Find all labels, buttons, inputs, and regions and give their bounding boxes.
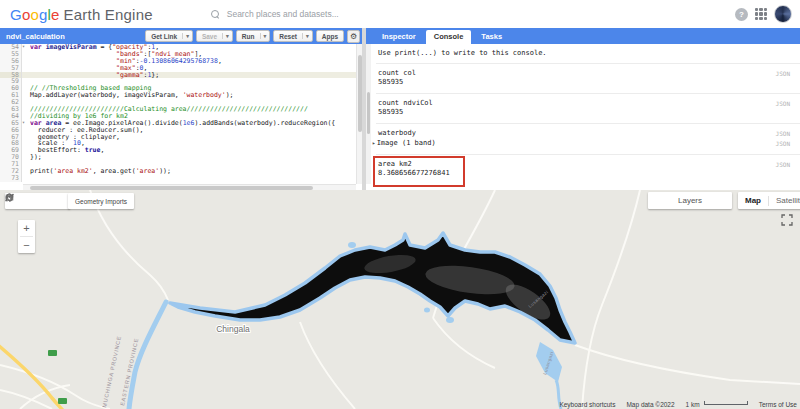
- console-entry-value: 585935: [378, 78, 800, 87]
- logo-letter: e: [51, 6, 60, 23]
- apps-button[interactable]: Apps: [316, 30, 344, 42]
- code-line[interactable]: 58 "gamma":1};: [0, 72, 362, 79]
- polygon-icon[interactable]: [44, 195, 55, 207]
- help-icon[interactable]: ?: [735, 8, 748, 21]
- zoom-in-button[interactable]: +: [18, 220, 35, 236]
- code-editor[interactable]: 54▾var imageVisParam = {"opacity":1,55 "…: [0, 44, 362, 190]
- scale-label: 1 km: [686, 401, 700, 408]
- console-hint: Use print(...) to write to this console.: [376, 44, 800, 63]
- map-label-town: Chingala: [216, 324, 250, 334]
- road-shield-icon: [48, 350, 57, 356]
- settings-gear-icon[interactable]: ⚙: [347, 30, 360, 43]
- map-canvas[interactable]: Chingala MUCHINGA PROVINCE EASTERN PROVI…: [0, 190, 800, 409]
- console-scrollbar[interactable]: [366, 44, 371, 184]
- code-line[interactable]: 61Map.addLayer(waterbody, imageVisParam,…: [0, 92, 362, 99]
- map-type-control: Map Satellite: [738, 192, 800, 209]
- console-tabbar: InspectorConsoleTasks: [366, 28, 800, 44]
- console-entry-value[interactable]: ▸Image (1 band): [378, 138, 800, 148]
- apps-grid-icon[interactable]: [755, 8, 767, 20]
- logo-letter: o: [30, 6, 39, 23]
- json-badge[interactable]: JSON: [776, 100, 790, 107]
- console-entry: waterbody▸Image (1 band)JSONJSON: [376, 123, 800, 154]
- console-body: Use print(...) to write to this console.…: [366, 44, 800, 184]
- code-line[interactable]: 73: [0, 175, 362, 182]
- layers-button[interactable]: Layers: [648, 192, 732, 209]
- gee-logo: GoogleEarth Engine: [10, 6, 153, 23]
- console-entry-value: 8.368656677276841: [378, 169, 800, 178]
- search-icon: [211, 10, 220, 19]
- fullscreen-icon[interactable]: [781, 214, 793, 226]
- map-view[interactable]: Chingala MUCHINGA PROVINCE EASTERN PROVI…: [0, 190, 800, 409]
- tab-inspector[interactable]: Inspector: [374, 30, 424, 44]
- script-title: ndvi_calculation: [6, 32, 65, 41]
- google-logo: Google: [10, 6, 60, 23]
- top-header: GoogleEarth Engine Search places and dat…: [0, 0, 800, 28]
- geometry-imports-button[interactable]: Geometry Imports: [68, 193, 134, 209]
- console-entry-label: area km2: [378, 160, 800, 169]
- polyline-icon[interactable]: [32, 195, 43, 207]
- code-line[interactable]: 72print('area km2', area.get('area'));: [0, 168, 362, 175]
- point-marker-icon[interactable]: [20, 195, 31, 207]
- reset-button[interactable]: Reset▾: [273, 30, 312, 42]
- fold-arrow-icon[interactable]: ▾: [22, 44, 25, 50]
- json-badge[interactable]: JSON: [776, 161, 790, 168]
- zoom-out-button[interactable]: −: [18, 237, 35, 253]
- json-badge[interactable]: JSON: [776, 70, 790, 77]
- console-entry: count ndviCol585935JSON: [376, 93, 800, 123]
- console-entry-label: count col: [378, 69, 800, 78]
- console-entry-value: 585935: [378, 108, 800, 117]
- console-entry-label: count ndviCol: [378, 99, 800, 108]
- road-shield-icon: [58, 398, 67, 404]
- code-editor-panel: ndvi_calculation Get Link▾Save▾Run▾Reset…: [0, 28, 362, 190]
- tab-tasks[interactable]: Tasks: [473, 30, 510, 44]
- geometry-imports-label: Geometry Imports: [75, 198, 127, 205]
- map-type-satellite-button[interactable]: Satellite: [769, 196, 800, 205]
- map-attribution: Keyboard shortcuts Map data ©2022 1 km T…: [559, 401, 797, 408]
- map-scale: 1 km: [686, 401, 748, 408]
- json-badge[interactable]: JSON: [776, 140, 790, 147]
- console-panel: InspectorConsoleTasks Use print(...) to …: [366, 28, 800, 190]
- map-land: [0, 190, 800, 409]
- console-entry: area km28.368656677276841JSON: [376, 154, 800, 184]
- scale-bar: [704, 401, 748, 405]
- expand-arrow-icon[interactable]: ▸: [372, 139, 376, 146]
- search-bar[interactable]: Search places and datasets...: [211, 9, 339, 19]
- layers-label: Layers: [678, 196, 702, 205]
- run-button[interactable]: Run▾: [236, 30, 270, 42]
- keyboard-shortcuts-link[interactable]: Keyboard shortcuts: [559, 401, 615, 408]
- map-type-map-button[interactable]: Map: [738, 196, 768, 205]
- line-number: 73: [0, 175, 22, 182]
- search-placeholder[interactable]: Search places and datasets...: [227, 9, 339, 19]
- get-link-button[interactable]: Get Link▾: [145, 30, 193, 42]
- save-button: Save▾: [196, 30, 233, 42]
- fold-arrow-icon[interactable]: ▾: [22, 119, 25, 126]
- product-name: Earth Engine: [64, 6, 153, 23]
- code-panel-header: ndvi_calculation Get Link▾Save▾Run▾Reset…: [0, 28, 362, 44]
- logo-letter: G: [10, 6, 22, 23]
- rectangle-icon[interactable]: [56, 195, 67, 207]
- code-line[interactable]: 70});: [0, 154, 362, 161]
- tab-console[interactable]: Console: [426, 30, 472, 44]
- zoom-control: + −: [18, 220, 35, 253]
- console-entry: count col585935JSON: [376, 63, 800, 93]
- json-badge[interactable]: JSON: [776, 130, 790, 137]
- code-line[interactable]: 69 bestEffort: true,: [0, 147, 362, 154]
- avatar[interactable]: [774, 5, 792, 23]
- logo-letter: g: [39, 6, 48, 23]
- map-data-credit: Map data ©2022: [626, 401, 674, 408]
- terms-of-use-link[interactable]: Terms of Use: [759, 401, 797, 408]
- console-entry-label: waterbody: [378, 129, 800, 138]
- geometry-toolbar: [5, 193, 70, 209]
